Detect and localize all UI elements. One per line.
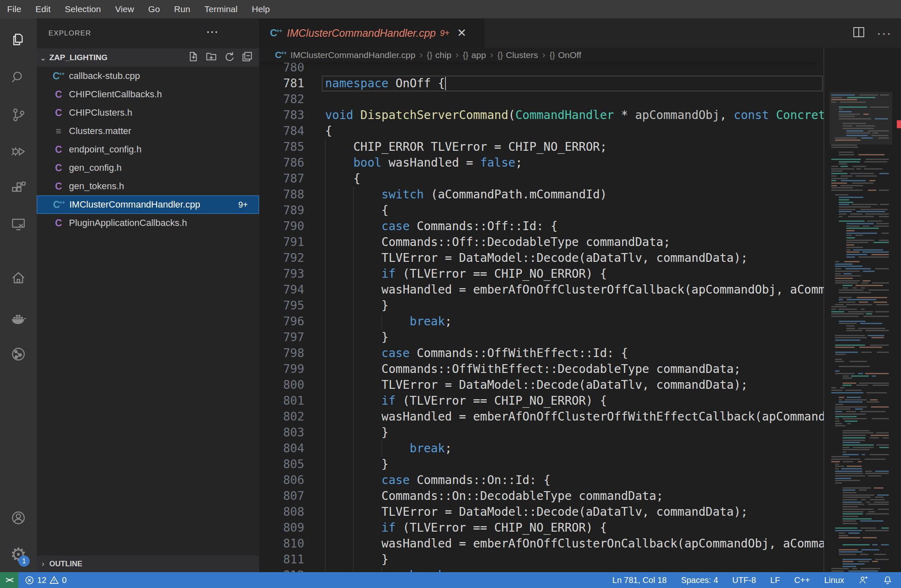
namespace-symbol-icon: {} bbox=[550, 51, 555, 60]
breadcrumb-item-Clusters[interactable]: {}Clusters bbox=[497, 50, 538, 60]
folder-section-header[interactable]: ⌄ ZAP_LIGHTING bbox=[37, 48, 259, 67]
sidebar-header: EXPLORER ⋯ bbox=[37, 18, 259, 48]
menu-file[interactable]: File bbox=[0, 0, 28, 18]
collapse-all-icon[interactable] bbox=[241, 51, 253, 65]
remote-indicator[interactable]: >< bbox=[0, 572, 18, 588]
file-problems-badge: 9+ bbox=[238, 200, 248, 210]
file-name: endpoint_config.h bbox=[69, 144, 142, 155]
outline-section-header[interactable]: › OUTLINE bbox=[37, 555, 259, 573]
line-number: 781 bbox=[259, 76, 304, 91]
line-number: 790 bbox=[259, 218, 304, 234]
chevron-right-icon: › bbox=[420, 50, 423, 61]
file-gen_tokens.h[interactable]: Cgen_tokens.h bbox=[37, 177, 259, 195]
file-CHIPClusters.h[interactable]: CCHIPClusters.h bbox=[37, 104, 259, 122]
chevron-right-icon: › bbox=[490, 50, 493, 61]
menu-go[interactable]: Go bbox=[141, 0, 167, 18]
close-icon[interactable]: ✕ bbox=[457, 26, 467, 40]
accounts-icon[interactable] bbox=[0, 499, 37, 536]
menu-run[interactable]: Run bbox=[167, 0, 198, 18]
search-icon[interactable] bbox=[0, 59, 37, 96]
cpp-file-icon: C++ bbox=[275, 50, 286, 61]
file-name: Clusters.matter bbox=[69, 126, 131, 137]
code-text: case Commands::OffWithEffect::Id: { bbox=[325, 345, 628, 361]
breadcrumb-item-app[interactable]: {}app bbox=[463, 50, 486, 60]
breadcrumb-item-OnOff[interactable]: {}OnOff bbox=[550, 50, 581, 60]
home-icon[interactable] bbox=[0, 259, 37, 296]
status-indentation[interactable]: Spaces: 4 bbox=[681, 575, 718, 585]
menu-selection[interactable]: Selection bbox=[58, 0, 108, 18]
status-language-mode[interactable]: C++ bbox=[794, 575, 810, 585]
code-text: if (TLVError == CHIP_NO_ERROR) { bbox=[325, 393, 607, 409]
file-endpoint_config.h[interactable]: Cendpoint_config.h bbox=[37, 140, 259, 159]
tab-problems-badge: 9+ bbox=[440, 28, 450, 38]
code-text: case Commands::On::Id: { bbox=[325, 472, 550, 488]
minimap[interactable] bbox=[830, 92, 892, 572]
line-number: 794 bbox=[259, 282, 304, 298]
code-line-789: 789 { bbox=[259, 203, 824, 218]
line-number: 797 bbox=[259, 329, 304, 345]
new-folder-icon[interactable] bbox=[205, 51, 217, 65]
menu-edit[interactable]: Edit bbox=[28, 0, 58, 18]
line-number: 780 bbox=[259, 63, 304, 76]
status-encoding[interactable]: UTF-8 bbox=[732, 575, 756, 585]
file-CHIPClientCallbacks.h[interactable]: CCHIPClientCallbacks.h bbox=[37, 85, 259, 104]
run-and-debug-icon[interactable] bbox=[0, 133, 37, 170]
code-line-787: 787 { bbox=[259, 171, 824, 187]
code-viewport: 780781namespace OnOff {782783void Dispat… bbox=[259, 63, 824, 572]
more-actions-icon[interactable]: ··· bbox=[877, 26, 892, 40]
line-number: 788 bbox=[259, 187, 304, 203]
settings-icon[interactable]: ⚙1 bbox=[0, 536, 37, 573]
file-callback-stub.cpp[interactable]: C++callback-stub.cpp bbox=[37, 67, 259, 85]
bell-icon[interactable] bbox=[883, 575, 893, 585]
line-number: 811 bbox=[259, 552, 304, 568]
line-number: 800 bbox=[259, 377, 304, 393]
vertical-scrollbar[interactable] bbox=[892, 92, 901, 572]
remote-explorer-icon[interactable] bbox=[0, 206, 37, 243]
file-list: C++callback-stub.cppCCHIPClientCallbacks… bbox=[37, 67, 259, 232]
file-gen_config.h[interactable]: Cgen_config.h bbox=[37, 159, 259, 177]
file-name: CHIPClusters.h bbox=[69, 107, 132, 118]
status-remote-os[interactable]: Linux bbox=[824, 575, 844, 585]
file-name: IMClusterCommandHandler.cpp bbox=[69, 199, 200, 210]
code-text: { bbox=[325, 203, 389, 218]
file-IMClusterCommandHandler.cpp[interactable]: C++IMClusterCommandHandler.cpp9+ bbox=[37, 195, 259, 214]
file-PluginApplicationCallbacks.h[interactable]: CPluginApplicationCallbacks.h bbox=[37, 214, 259, 232]
status-cursor-position[interactable]: Ln 781, Col 18 bbox=[612, 575, 667, 585]
status-eol[interactable]: LF bbox=[770, 575, 780, 585]
menu-view[interactable]: View bbox=[108, 0, 141, 18]
file-Clusters.matter[interactable]: ≡Clusters.matter bbox=[37, 122, 259, 140]
chevron-down-icon: ⌄ bbox=[37, 53, 49, 63]
menu-help[interactable]: Help bbox=[244, 0, 277, 18]
editor-group: C++ IMClusterCommandHandler.cpp 9+ ✕ ···… bbox=[259, 18, 901, 572]
code-line-793: 793 if (TLVError == CHIP_NO_ERROR) { bbox=[259, 266, 824, 282]
code-editor[interactable]: 780781namespace OnOff {782783void Dispat… bbox=[259, 63, 901, 572]
refresh-icon[interactable] bbox=[223, 51, 235, 65]
problems-status[interactable]: 12 0 bbox=[25, 575, 66, 585]
breadcrumb-item-IMClusterCommandHandler.cpp[interactable]: C++IMClusterCommandHandler.cpp bbox=[275, 50, 415, 61]
docker-icon[interactable] bbox=[0, 300, 37, 337]
tab-imclustercommandhandler[interactable]: C++ IMClusterCommandHandler.cpp 9+ ✕ bbox=[259, 18, 485, 48]
file-name: CHIPClientCallbacks.h bbox=[69, 89, 162, 100]
code-line-800: 800 TLVError = DataModel::Decode(aDataTl… bbox=[259, 377, 824, 393]
extensions-icon[interactable] bbox=[0, 170, 37, 206]
line-number: 793 bbox=[259, 266, 304, 282]
code-line-799: 799 Commands::OffWithEffect::DecodableTy… bbox=[259, 361, 824, 377]
code-line-790: 790 case Commands::Off::Id: { bbox=[259, 218, 824, 234]
split-editor-icon[interactable] bbox=[853, 26, 865, 40]
line-number: 782 bbox=[259, 91, 304, 107]
code-text: case Commands::Off::Id: { bbox=[325, 218, 557, 234]
breadcrumb-item-chip[interactable]: {}chip bbox=[427, 50, 451, 60]
line-number: 810 bbox=[259, 536, 304, 552]
gitlens-icon[interactable] bbox=[0, 336, 37, 373]
feedback-icon[interactable] bbox=[858, 575, 868, 585]
more-actions-icon[interactable]: ⋯ bbox=[206, 24, 219, 39]
menu-terminal[interactable]: Terminal bbox=[197, 0, 244, 18]
sidebar-title: EXPLORER bbox=[37, 29, 91, 38]
code-line-788: 788 switch (aCommandPath.mCommandId) bbox=[259, 187, 824, 203]
explorer-icon[interactable] bbox=[0, 21, 37, 58]
outline-label: OUTLINE bbox=[49, 560, 82, 568]
chevron-right-icon: › bbox=[37, 560, 49, 568]
source-control-icon[interactable] bbox=[0, 96, 37, 133]
new-file-icon[interactable] bbox=[187, 51, 199, 65]
code-text: break; bbox=[325, 441, 452, 456]
